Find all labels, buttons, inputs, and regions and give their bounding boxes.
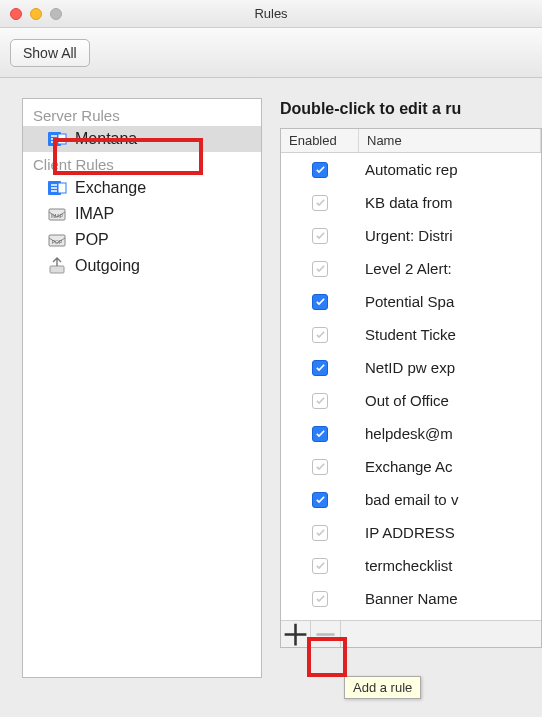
sidebar-item-label: Outgoing (75, 257, 140, 275)
rule-name: Out of Office (359, 392, 541, 409)
column-enabled[interactable]: Enabled (281, 129, 359, 152)
client-item-exchange[interactable]: Exchange (23, 175, 261, 201)
svg-rect-3 (58, 183, 66, 193)
svg-text:POP: POP (52, 239, 63, 245)
plus-icon (281, 620, 310, 649)
minus-icon (311, 620, 340, 649)
minimize-window-button[interactable] (30, 8, 42, 20)
check-icon (315, 197, 326, 208)
table-row[interactable]: IP ADDRESS (281, 516, 541, 549)
table-row[interactable]: Out of Office (281, 384, 541, 417)
rule-name: termchecklist (359, 557, 541, 574)
client-rules-header: Client Rules (23, 152, 261, 175)
check-icon (315, 164, 326, 175)
rule-name: Exchange Ac (359, 458, 541, 475)
svg-rect-1 (58, 134, 66, 144)
rule-name: Banner Name (359, 590, 541, 607)
sidebar-item-label: POP (75, 231, 109, 249)
enabled-checkbox[interactable] (312, 195, 328, 211)
titlebar: Rules (0, 0, 542, 28)
outgoing-icon (47, 256, 67, 276)
tooltip-add-rule: Add a rule (344, 676, 421, 699)
table-row[interactable]: KB data from (281, 186, 541, 219)
table-header: Enabled Name (281, 129, 541, 153)
client-item-imap[interactable]: IMAPIMAP (23, 201, 261, 227)
check-icon (315, 494, 326, 505)
enabled-checkbox[interactable] (312, 459, 328, 475)
remove-rule-button[interactable] (311, 621, 341, 647)
client-item-outgoing[interactable]: Outgoing (23, 253, 261, 279)
rule-name: NetID pw exp (359, 359, 541, 376)
rule-name: Automatic rep (359, 161, 541, 178)
check-icon (315, 461, 326, 472)
show-all-button[interactable]: Show All (10, 39, 90, 67)
close-window-button[interactable] (10, 8, 22, 20)
zoom-window-button[interactable] (50, 8, 62, 20)
sidebar-item-label: Montana (75, 130, 137, 148)
enabled-checkbox[interactable] (312, 525, 328, 541)
enabled-checkbox[interactable] (312, 393, 328, 409)
check-icon (315, 395, 326, 406)
svg-text:IMAP: IMAP (51, 213, 64, 219)
window-title: Rules (254, 6, 287, 21)
check-icon (315, 428, 326, 439)
client-item-pop[interactable]: POPPOP (23, 227, 261, 253)
window-controls (10, 8, 62, 20)
exchange-icon (47, 178, 67, 198)
svg-rect-8 (50, 266, 64, 273)
check-icon (315, 362, 326, 373)
sidebar-item-label: IMAP (75, 205, 114, 223)
enabled-checkbox[interactable] (312, 360, 328, 376)
check-icon (315, 560, 326, 571)
table-row[interactable]: Urgent: Distri (281, 219, 541, 252)
table-row[interactable]: Potential Spa (281, 285, 541, 318)
exchange-icon (47, 129, 67, 149)
table-row[interactable]: Automatic rep (281, 153, 541, 186)
table-row[interactable]: termchecklist (281, 549, 541, 582)
table-row[interactable]: NetID pw exp (281, 351, 541, 384)
instruction-text: Double-click to edit a ru (280, 98, 542, 128)
check-icon (315, 527, 326, 538)
check-icon (315, 263, 326, 274)
imap-icon: IMAP (47, 204, 67, 224)
table-row[interactable]: bad email to v (281, 483, 541, 516)
rules-table: Enabled Name Automatic repKB data fromUr… (280, 128, 542, 648)
rule-name: Student Ticke (359, 326, 541, 343)
check-icon (315, 296, 326, 307)
enabled-checkbox[interactable] (312, 558, 328, 574)
enabled-checkbox[interactable] (312, 426, 328, 442)
toolbar: Show All (0, 28, 542, 78)
enabled-checkbox[interactable] (312, 492, 328, 508)
table-row[interactable]: Student Ticke (281, 318, 541, 351)
enabled-checkbox[interactable] (312, 162, 328, 178)
add-rule-button[interactable] (281, 621, 311, 647)
sidebar: Server Rules Montana Client Rules Exchan… (22, 98, 262, 678)
enabled-checkbox[interactable] (312, 591, 328, 607)
enabled-checkbox[interactable] (312, 327, 328, 343)
rule-name: Level 2 Alert: (359, 260, 541, 277)
rule-name: helpdesk@m (359, 425, 541, 442)
sidebar-item-label: Exchange (75, 179, 146, 197)
check-icon (315, 230, 326, 241)
table-row[interactable]: helpdesk@m (281, 417, 541, 450)
rule-name: Urgent: Distri (359, 227, 541, 244)
pop-icon: POP (47, 230, 67, 250)
table-row[interactable]: Exchange Ac (281, 450, 541, 483)
column-name[interactable]: Name (359, 129, 541, 152)
table-row[interactable]: Banner Name (281, 582, 541, 615)
table-footer (281, 620, 541, 647)
enabled-checkbox[interactable] (312, 261, 328, 277)
server-item-montana[interactable]: Montana (23, 126, 261, 152)
main-pane: Double-click to edit a ru Enabled Name A… (280, 98, 542, 678)
rule-name: KB data from (359, 194, 541, 211)
table-row[interactable]: Level 2 Alert: (281, 252, 541, 285)
enabled-checkbox[interactable] (312, 228, 328, 244)
enabled-checkbox[interactable] (312, 294, 328, 310)
check-icon (315, 593, 326, 604)
rule-name: Potential Spa (359, 293, 541, 310)
rule-name: IP ADDRESS (359, 524, 541, 541)
check-icon (315, 329, 326, 340)
rule-name: bad email to v (359, 491, 541, 508)
server-rules-header: Server Rules (23, 103, 261, 126)
